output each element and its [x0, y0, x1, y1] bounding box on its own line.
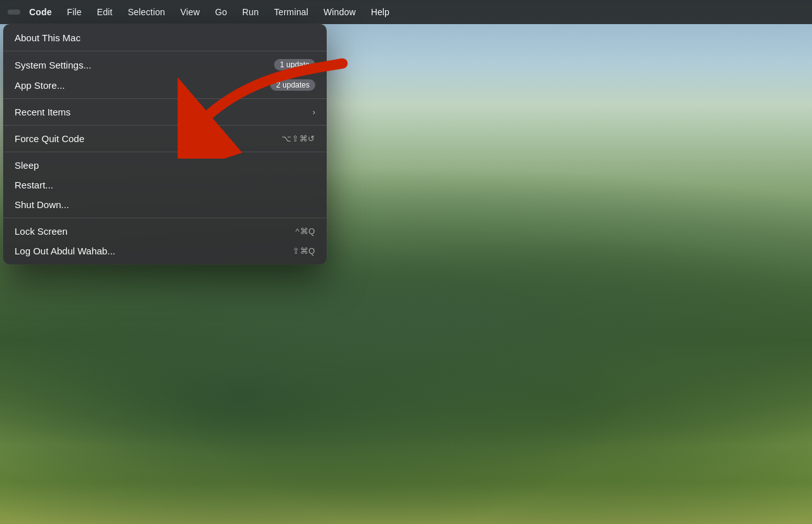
menubar: Code File Edit Selection View Go Run Ter…	[0, 0, 812, 24]
menu-item-shut-down[interactable]: Shut Down...	[3, 195, 327, 214]
app-store-badge: 2 updates	[270, 79, 315, 91]
lock-screen-label: Lock Screen	[15, 226, 67, 237]
system-settings-badge: 1 update	[274, 59, 315, 70]
log-out-shortcut: ⇧⌘Q	[292, 246, 315, 256]
separator-3	[3, 125, 327, 126]
menubar-item-edit[interactable]: Edit	[91, 4, 119, 20]
menubar-item-view[interactable]: View	[174, 4, 206, 20]
chevron-right-icon: ›	[313, 107, 315, 117]
separator-4	[3, 152, 327, 152]
separator-2	[3, 98, 327, 99]
menubar-item-go[interactable]: Go	[209, 4, 233, 20]
app-store-label: App Store...	[15, 80, 65, 91]
restart-label: Restart...	[15, 180, 53, 190]
menu-item-app-store[interactable]: App Store... 2 updates	[3, 75, 327, 95]
menu-item-recent-items[interactable]: Recent Items ›	[3, 102, 327, 122]
menu-item-restart[interactable]: Restart...	[3, 175, 327, 195]
menubar-item-selection[interactable]: Selection	[121, 4, 171, 20]
force-quit-label: Force Quit Code	[15, 133, 84, 144]
shut-down-label: Shut Down...	[15, 199, 69, 210]
menubar-item-run[interactable]: Run	[236, 4, 265, 20]
sleep-label: Sleep	[15, 160, 39, 171]
recent-items-label: Recent Items	[15, 107, 70, 117]
menu-item-system-settings[interactable]: System Settings... 1 update	[3, 55, 327, 75]
menu-item-lock-screen[interactable]: Lock Screen ^⌘Q	[3, 221, 327, 241]
separator-5	[3, 218, 327, 218]
menubar-item-code[interactable]: Code	[23, 4, 58, 20]
force-quit-shortcut: ⌥⇧⌘↺	[282, 134, 315, 143]
menubar-item-file[interactable]: File	[61, 4, 88, 20]
menu-item-log-out[interactable]: Log Out Abdul Wahab... ⇧⌘Q	[3, 241, 327, 261]
menu-item-force-quit[interactable]: Force Quit Code ⌥⇧⌘↺	[3, 129, 327, 148]
about-label: About This Mac	[15, 32, 81, 43]
separator-1	[3, 51, 327, 51]
apple-menu-icon[interactable]	[8, 10, 20, 15]
lock-screen-shortcut: ^⌘Q	[296, 226, 315, 236]
menu-item-sleep[interactable]: Sleep	[3, 155, 327, 175]
menubar-item-window[interactable]: Window	[317, 4, 362, 20]
menubar-item-help[interactable]: Help	[365, 4, 396, 20]
system-settings-label: System Settings...	[15, 60, 91, 70]
menubar-item-terminal[interactable]: Terminal	[268, 4, 315, 20]
apple-dropdown-menu: About This Mac System Settings... 1 upda…	[3, 24, 327, 265]
menu-item-about[interactable]: About This Mac	[3, 28, 327, 48]
log-out-label: Log Out Abdul Wahab...	[15, 246, 115, 256]
